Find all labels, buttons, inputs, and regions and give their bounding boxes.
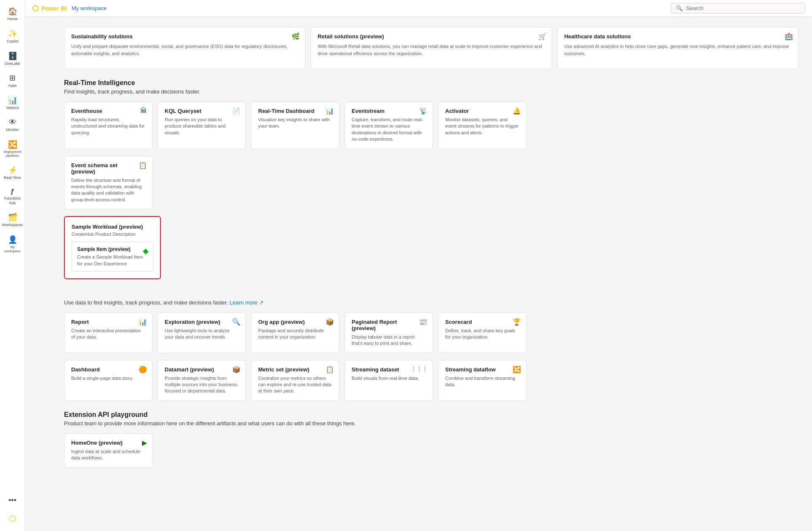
sidebar-item-more[interactable]: ••• — [2, 493, 24, 509]
healthcare-icon: 🏥 — [785, 32, 793, 40]
more-icon: ••• — [8, 496, 16, 505]
sidebar-item-workspaces[interactable]: 🗂️ Workspaces — [2, 209, 24, 231]
rt-dashboard-icon: 📊 — [326, 107, 334, 115]
org-app-title: Org app (preview) — [258, 319, 332, 325]
org-app-desc: Package and securely distribute content … — [258, 328, 332, 341]
org-app-card[interactable]: Org app (preview) 📦 Package and securely… — [251, 312, 339, 353]
paginated-report-desc: Display tabular data in a report that's … — [352, 334, 426, 347]
sidebar-label-onelake: OneLake — [5, 61, 20, 66]
search-input[interactable] — [686, 5, 800, 11]
sidebar-item-home[interactable]: 🏠 Home — [2, 3, 24, 25]
retail-card[interactable]: Retail solutions (preview) 🛒 With Micros… — [310, 27, 552, 69]
metric-set-card[interactable]: Metric set (preview) 📋 Centralize your m… — [251, 360, 339, 401]
copilot-icon: ✨ — [8, 29, 17, 38]
exploration-title: Exploration (preview) — [165, 319, 239, 325]
dashboard-card[interactable]: Dashboard 🟠 Build a single-page data sto… — [64, 360, 152, 401]
sidebar-item-onelake[interactable]: 🗄️ OneLake — [2, 48, 24, 69]
eventhouse-card[interactable]: Eventhouse 🏛 Rapidly load structured, un… — [64, 101, 152, 149]
paginated-report-card[interactable]: Paginated Report (preview) 📰 Display tab… — [345, 312, 433, 353]
onelake-icon: 🗄️ — [8, 51, 17, 61]
eventhouse-desc: Rapidly load structured, unstructured an… — [71, 117, 145, 136]
datamart-title: Datamart (preview) — [165, 366, 239, 373]
kql-queryset-card[interactable]: KQL Queryset 📄 Run queries on your data … — [158, 101, 246, 149]
kql-desc: Run queries on your data to produce shar… — [165, 117, 239, 136]
topbar: ⬡ Power BI My workspace 🔍 — [25, 0, 812, 17]
realtime-section-desc: Find insights, track progress, and make … — [64, 88, 799, 95]
metric-set-title: Metric set (preview) — [258, 366, 332, 373]
healthcare-card[interactable]: Sustainability solutions Healthcare data… — [557, 27, 799, 69]
dashboard-title: Dashboard — [71, 366, 145, 373]
sidebar-label-apps: Apps — [8, 83, 17, 88]
paginated-report-icon: 📰 — [419, 318, 427, 326]
healthcare-card-desc: Use advanced AI analytics to help close … — [564, 43, 791, 57]
sustainability-card[interactable]: Sustainability solutions 🌿 Unify and pre… — [64, 27, 305, 69]
sidebar-label-workspaces: Workspaces — [2, 223, 23, 227]
learn-more-link[interactable]: Learn more ↗ — [230, 299, 264, 306]
scorecard-card[interactable]: Scorecard 🏆 Define, track, and share key… — [438, 312, 526, 353]
exploration-icon: 🔍 — [232, 318, 240, 326]
datamart-icon: 📦 — [232, 366, 240, 374]
report-icon: 📊 — [139, 318, 147, 326]
metric-set-icon: 📋 — [326, 366, 334, 374]
event-schema-card[interactable]: Event schema set (preview) 📋 Define the … — [64, 156, 152, 210]
homeone-card[interactable]: HomeOne (preview) ▶ Ingest data at scale… — [64, 433, 152, 468]
sidebar-label-monitor: Monitor — [6, 128, 19, 132]
realtime-section-title: Real-Time Intelligence — [64, 79, 799, 87]
top-cards-row: Sustainability solutions 🌿 Unify and pre… — [64, 27, 799, 69]
report-card[interactable]: Report 📊 Create an interactive presentat… — [64, 312, 152, 353]
dashboard-icon: 🟠 — [139, 366, 147, 374]
powerbi-logo-icon: ⬡ — [9, 513, 16, 523]
event-schema-title: Event schema set (preview) — [71, 162, 145, 175]
sidebar-item-apps[interactable]: ⊞ Apps — [2, 70, 24, 91]
sample-item-card[interactable]: Sample Item (preview) ◆ Create a Sample … — [72, 242, 153, 272]
sample-workload-section: Sample Workload (preview) CreateHub Prod… — [64, 216, 161, 279]
metric-set-desc: Centralize your metrics so others can ex… — [258, 375, 332, 395]
exploration-card[interactable]: Exploration (preview) 🔍 Use lightweight … — [158, 312, 246, 353]
datamart-card[interactable]: Datamart (preview) 📦 Provide strategic i… — [158, 360, 246, 401]
event-schema-icon: 📋 — [139, 161, 147, 169]
topbar-workspace-link[interactable]: My workspace — [72, 5, 107, 11]
myworkspace-icon: 👤 — [8, 235, 17, 244]
scorecard-title: Scorecard — [445, 319, 519, 325]
sidebar-item-myworkspace[interactable]: 👤 My workspace — [2, 232, 24, 256]
realtime-icon: ⚡ — [8, 165, 17, 175]
scorecard-desc: Define, track, and share key goals for y… — [445, 328, 519, 341]
eventstream-card[interactable]: Eventstream 📡 Capture, transform, and ro… — [345, 101, 433, 149]
sample-workload-title: Sample Workload (preview) — [72, 224, 153, 230]
sidebar-item-powerbi-logo[interactable]: ⬡ — [2, 510, 24, 527]
retail-icon: 🛒 — [538, 32, 547, 40]
org-app-icon: 📦 — [326, 318, 334, 326]
sidebar-item-monitor[interactable]: 👁 Monitor — [2, 115, 24, 136]
use-data-row1: Report 📊 Create an interactive presentat… — [64, 312, 799, 353]
activator-card[interactable]: Activator 🔔 Monitor datasets, queries, a… — [438, 101, 526, 149]
eventhouse-icon: 🏛 — [140, 107, 147, 115]
use-data-text: Use data to find insights, track progres… — [64, 299, 228, 306]
streaming-dataflow-card[interactable]: Streaming dataflow 🔀 Combine and transfo… — [438, 360, 526, 401]
eventstream-desc: Capture, transform, and route real-time … — [352, 117, 426, 143]
sidebar-label-home: Home — [7, 17, 17, 21]
sidebar-item-deployment[interactable]: 🔀 Deployment pipelines — [2, 136, 24, 161]
sample-item-title: Sample Item (preview) — [77, 246, 148, 252]
sidebar-item-metrics[interactable]: 📊 Metrics — [2, 92, 24, 114]
streaming-dataset-desc: Build visuals from real-time data. — [352, 375, 426, 382]
sidebar-item-realtime[interactable]: ⚡ Real-Time — [2, 162, 24, 184]
monitor-icon: 👁 — [9, 118, 16, 127]
use-data-desc: Use data to find insights, track progres… — [64, 299, 799, 306]
sustainability-card-title: Sustainability solutions — [71, 33, 298, 40]
kql-title: KQL Queryset — [165, 108, 239, 114]
realtime-dashboard-card[interactable]: Real-Time Dashboard 📊 Visualize key insi… — [251, 101, 339, 149]
eventstream-icon: 📡 — [419, 107, 427, 115]
main-content: Sustainability solutions 🌿 Unify and pre… — [51, 17, 812, 531]
sidebar-item-copilot[interactable]: ✨ Copilot — [2, 26, 24, 47]
realtime-cards-row2: Event schema set (preview) 📋 Define the … — [64, 156, 799, 210]
topbar-logo: ⬡ Power BI — [32, 4, 67, 13]
apps-icon: ⊞ — [9, 73, 16, 83]
sidebar-item-functions[interactable]: ƒ Functions hub — [2, 184, 24, 209]
dashboard-desc: Build a single-page data story. — [71, 375, 145, 382]
streaming-dataset-card[interactable]: Streaming dataset ⋮⋮⋮ Build visuals from… — [345, 360, 433, 401]
report-desc: Create an interactive presentation of yo… — [71, 328, 145, 341]
sidebar-label-myworkspace: My workspace — [3, 245, 22, 253]
home-icon: 🏠 — [8, 7, 17, 16]
topbar-search-container[interactable]: 🔍 — [670, 3, 805, 13]
streaming-dataflow-icon: 🔀 — [513, 366, 521, 374]
